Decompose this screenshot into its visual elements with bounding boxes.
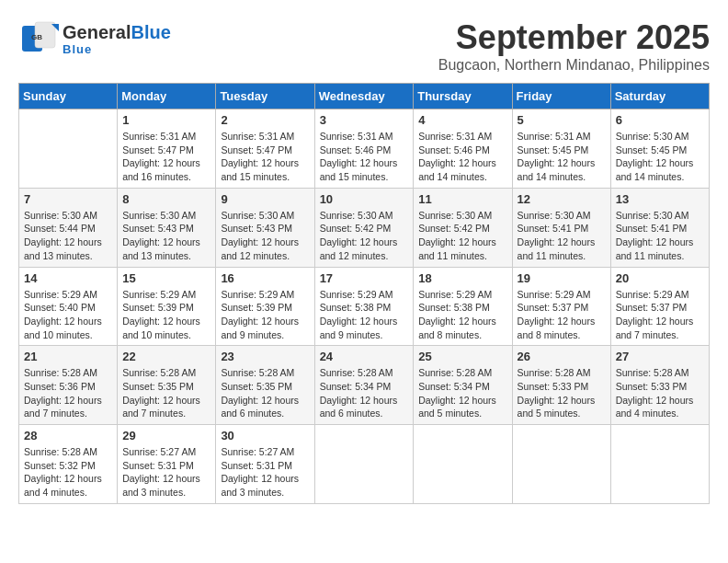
day-number: 1 xyxy=(122,113,210,127)
logo-general: General xyxy=(63,22,131,42)
calendar-table: SundayMondayTuesdayWednesdayThursdayFrid… xyxy=(18,83,710,504)
day-info: Sunrise: 5:31 AMSunset: 5:47 PMDaylight:… xyxy=(122,130,210,184)
header-thursday: Thursday xyxy=(414,84,512,109)
day-cell: 29Sunrise: 5:27 AMSunset: 5:31 PMDayligh… xyxy=(118,425,216,504)
day-cell: 1Sunrise: 5:31 AMSunset: 5:47 PMDaylight… xyxy=(118,109,216,189)
day-number: 30 xyxy=(221,429,309,442)
day-info: Sunrise: 5:30 AMSunset: 5:42 PMDaylight:… xyxy=(320,209,409,263)
day-info: Sunrise: 5:28 AMSunset: 5:36 PMDaylight:… xyxy=(24,366,112,420)
day-number: 12 xyxy=(518,192,606,206)
header-friday: Friday xyxy=(512,84,610,109)
day-cell: 22Sunrise: 5:28 AMSunset: 5:35 PMDayligh… xyxy=(118,346,216,425)
day-info: Sunrise: 5:29 AMSunset: 5:40 PMDaylight:… xyxy=(24,288,112,342)
day-info: Sunrise: 5:30 AMSunset: 5:42 PMDaylight:… xyxy=(418,209,506,263)
header-saturday: Saturday xyxy=(610,84,709,109)
logo-blue: Blue xyxy=(131,22,170,42)
logo: GB GeneralBlue Blue xyxy=(18,18,171,59)
day-info: Sunrise: 5:28 AMSunset: 5:33 PMDaylight:… xyxy=(518,366,606,420)
location-title: Bugcaon, Northern Mindanao, Philippines xyxy=(438,57,710,74)
day-number: 18 xyxy=(418,271,506,285)
day-number: 25 xyxy=(418,350,506,363)
day-info: Sunrise: 5:29 AMSunset: 5:39 PMDaylight:… xyxy=(122,288,210,342)
day-cell: 14Sunrise: 5:29 AMSunset: 5:40 PMDayligh… xyxy=(19,267,118,346)
day-cell: 17Sunrise: 5:29 AMSunset: 5:38 PMDayligh… xyxy=(314,267,414,346)
day-cell: 6Sunrise: 5:30 AMSunset: 5:45 PMDaylight… xyxy=(610,109,709,189)
day-cell: 13Sunrise: 5:30 AMSunset: 5:41 PMDayligh… xyxy=(610,188,709,267)
day-info: Sunrise: 5:28 AMSunset: 5:35 PMDaylight:… xyxy=(122,366,210,420)
day-number: 23 xyxy=(221,350,309,363)
day-cell: 25Sunrise: 5:28 AMSunset: 5:34 PMDayligh… xyxy=(414,346,512,425)
day-info: Sunrise: 5:30 AMSunset: 5:41 PMDaylight:… xyxy=(518,209,606,263)
day-number: 4 xyxy=(418,113,506,127)
day-info: Sunrise: 5:29 AMSunset: 5:39 PMDaylight:… xyxy=(221,288,309,342)
day-cell xyxy=(610,425,709,504)
day-number: 27 xyxy=(616,350,704,363)
day-info: Sunrise: 5:29 AMSunset: 5:38 PMDaylight:… xyxy=(320,288,409,342)
day-number: 2 xyxy=(221,113,309,127)
header-row: SundayMondayTuesdayWednesdayThursdayFrid… xyxy=(19,84,710,109)
header-sunday: Sunday xyxy=(19,84,118,109)
day-number: 19 xyxy=(518,271,606,285)
day-number: 24 xyxy=(320,350,409,363)
day-number: 13 xyxy=(616,192,704,206)
day-cell: 9Sunrise: 5:30 AMSunset: 5:43 PMDaylight… xyxy=(216,188,314,267)
day-cell: 19Sunrise: 5:29 AMSunset: 5:37 PMDayligh… xyxy=(512,267,610,346)
day-cell xyxy=(19,109,118,189)
day-number: 16 xyxy=(221,271,309,285)
day-info: Sunrise: 5:31 AMSunset: 5:46 PMDaylight:… xyxy=(320,130,409,184)
day-number: 14 xyxy=(24,271,112,285)
header-tuesday: Tuesday xyxy=(216,84,314,109)
day-info: Sunrise: 5:28 AMSunset: 5:32 PMDaylight:… xyxy=(24,445,112,500)
day-info: Sunrise: 5:29 AMSunset: 5:37 PMDaylight:… xyxy=(518,288,606,342)
week-row-5: 28Sunrise: 5:28 AMSunset: 5:32 PMDayligh… xyxy=(19,425,710,504)
day-number: 22 xyxy=(122,350,210,363)
day-info: Sunrise: 5:29 AMSunset: 5:37 PMDaylight:… xyxy=(616,288,704,342)
day-number: 20 xyxy=(616,271,704,285)
day-cell: 11Sunrise: 5:30 AMSunset: 5:42 PMDayligh… xyxy=(414,188,512,267)
week-row-2: 7Sunrise: 5:30 AMSunset: 5:44 PMDaylight… xyxy=(19,188,710,267)
month-title: September 2025 xyxy=(438,18,710,57)
day-info: Sunrise: 5:31 AMSunset: 5:45 PMDaylight:… xyxy=(518,130,606,184)
day-number: 9 xyxy=(221,192,309,206)
day-info: Sunrise: 5:28 AMSunset: 5:34 PMDaylight:… xyxy=(320,366,409,420)
day-info: Sunrise: 5:30 AMSunset: 5:43 PMDaylight:… xyxy=(122,209,210,263)
day-cell: 8Sunrise: 5:30 AMSunset: 5:43 PMDaylight… xyxy=(118,188,216,267)
day-number: 6 xyxy=(616,113,704,127)
day-info: Sunrise: 5:30 AMSunset: 5:45 PMDaylight:… xyxy=(616,130,704,184)
logo-tagline: Blue xyxy=(63,42,171,56)
day-cell: 27Sunrise: 5:28 AMSunset: 5:33 PMDayligh… xyxy=(610,346,709,425)
day-info: Sunrise: 5:29 AMSunset: 5:38 PMDaylight:… xyxy=(418,288,506,342)
day-info: Sunrise: 5:27 AMSunset: 5:31 PMDaylight:… xyxy=(122,445,210,500)
day-info: Sunrise: 5:31 AMSunset: 5:46 PMDaylight:… xyxy=(418,130,506,184)
day-cell xyxy=(512,425,610,504)
day-number: 21 xyxy=(24,350,112,363)
day-number: 10 xyxy=(320,192,409,206)
day-info: Sunrise: 5:28 AMSunset: 5:34 PMDaylight:… xyxy=(418,366,506,420)
day-cell: 23Sunrise: 5:28 AMSunset: 5:35 PMDayligh… xyxy=(216,346,314,425)
day-cell: 10Sunrise: 5:30 AMSunset: 5:42 PMDayligh… xyxy=(314,188,414,267)
day-info: Sunrise: 5:30 AMSunset: 5:41 PMDaylight:… xyxy=(616,209,704,263)
day-info: Sunrise: 5:27 AMSunset: 5:31 PMDaylight:… xyxy=(221,445,309,500)
day-cell: 15Sunrise: 5:29 AMSunset: 5:39 PMDayligh… xyxy=(118,267,216,346)
day-number: 17 xyxy=(320,271,409,285)
day-number: 28 xyxy=(24,429,112,442)
title-area: September 2025 Bugcaon, Northern Mindana… xyxy=(438,18,710,74)
day-cell: 28Sunrise: 5:28 AMSunset: 5:32 PMDayligh… xyxy=(19,425,118,504)
week-row-1: 1Sunrise: 5:31 AMSunset: 5:47 PMDaylight… xyxy=(19,109,710,189)
day-info: Sunrise: 5:30 AMSunset: 5:43 PMDaylight:… xyxy=(221,209,309,263)
day-cell: 30Sunrise: 5:27 AMSunset: 5:31 PMDayligh… xyxy=(216,425,314,504)
day-cell: 20Sunrise: 5:29 AMSunset: 5:37 PMDayligh… xyxy=(610,267,709,346)
day-number: 7 xyxy=(24,192,112,206)
day-cell: 5Sunrise: 5:31 AMSunset: 5:45 PMDaylight… xyxy=(512,109,610,189)
day-number: 29 xyxy=(122,429,210,442)
day-cell: 21Sunrise: 5:28 AMSunset: 5:36 PMDayligh… xyxy=(19,346,118,425)
day-cell xyxy=(314,425,414,504)
day-cell: 16Sunrise: 5:29 AMSunset: 5:39 PMDayligh… xyxy=(216,267,314,346)
day-number: 8 xyxy=(122,192,210,206)
day-number: 15 xyxy=(122,271,210,285)
day-number: 5 xyxy=(518,113,606,127)
header: GB GeneralBlue Blue September 2025 Bugca… xyxy=(18,18,710,74)
svg-text:GB: GB xyxy=(31,33,42,41)
day-cell: 7Sunrise: 5:30 AMSunset: 5:44 PMDaylight… xyxy=(19,188,118,267)
day-cell: 4Sunrise: 5:31 AMSunset: 5:46 PMDaylight… xyxy=(414,109,512,189)
